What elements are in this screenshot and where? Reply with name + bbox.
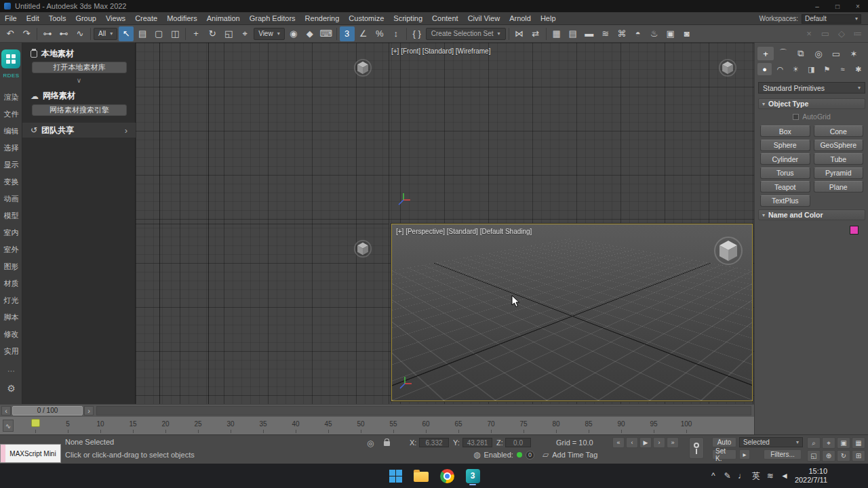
go-to-end-button[interactable]: »: [667, 437, 679, 448]
toggle-scene-explorer-icon[interactable]: ▦: [549, 26, 564, 41]
object-type-button[interactable]: Tube: [814, 153, 864, 165]
perspective-viewport-label[interactable]: [+] [Perspective] [Standard] [Default Sh…: [396, 228, 532, 235]
spinner-snap-icon[interactable]: ↕: [389, 26, 403, 41]
selection-lock-icon[interactable]: [384, 441, 390, 446]
menu-item[interactable]: Scripting: [389, 12, 427, 24]
plugin-category-item[interactable]: 室内: [0, 224, 22, 241]
select-and-scale-icon[interactable]: ◱: [221, 26, 236, 41]
x-coordinate-field[interactable]: 6.332: [419, 438, 449, 447]
render-setup-icon[interactable]: ♨: [647, 26, 662, 41]
object-type-button[interactable]: TextPlus: [760, 195, 810, 207]
z-coordinate-field[interactable]: 0.0: [505, 438, 531, 447]
menu-item[interactable]: Graph Editors: [245, 12, 300, 24]
web-materials-header[interactable]: ☁ 网络素材: [31, 90, 75, 102]
utilities-tab[interactable]: ✶: [846, 47, 862, 60]
plugin-category-item[interactable]: 文件: [0, 106, 22, 123]
plugin-category-item[interactable]: 选择: [0, 140, 22, 157]
plugin-category-item[interactable]: 室外: [0, 241, 22, 258]
viewcube[interactable]: [713, 235, 744, 266]
select-and-manipulate-icon[interactable]: ◆: [302, 26, 317, 41]
reference-coordinate-system-dropdown[interactable]: View ▾: [254, 28, 285, 40]
select-by-name-icon[interactable]: ▤: [135, 26, 150, 41]
percent-snap-icon[interactable]: %: [372, 26, 387, 41]
keyboard-shortcut-override-icon[interactable]: ⌨: [319, 26, 334, 41]
geometry-category[interactable]: ●: [757, 63, 772, 75]
menu-item[interactable]: Modifiers: [162, 12, 202, 24]
menu-item[interactable]: Arnold: [505, 12, 536, 24]
plugin-category-item[interactable]: 灯光: [0, 292, 22, 309]
plugin-category-item[interactable]: 修改: [0, 326, 22, 343]
zoom-all-icon[interactable]: ⌖: [822, 437, 835, 449]
time-slider-handle[interactable]: 0 / 100: [12, 406, 83, 415]
menu-item[interactable]: Group: [71, 12, 101, 24]
select-and-link-icon[interactable]: ⊶: [40, 26, 55, 41]
plugin-category-item[interactable]: 变换: [0, 174, 22, 190]
window-crossing-icon[interactable]: ◫: [167, 26, 182, 41]
render-production-icon[interactable]: ◙: [679, 26, 694, 41]
open-local-library-button[interactable]: 打开本地素材库: [32, 62, 127, 73]
curve-editor-icon[interactable]: ≋: [598, 26, 613, 41]
network-icon[interactable]: ≋: [766, 470, 774, 482]
key-selection-dropdown[interactable]: Selected ▾: [739, 437, 803, 447]
chevron-down-icon[interactable]: ∨: [22, 77, 136, 84]
key-filters-button[interactable]: Filters...: [764, 449, 802, 460]
plugin-category-item[interactable]: 图形: [0, 258, 22, 275]
named-selection-sets-input[interactable]: Create Selection Set ▾: [426, 28, 506, 40]
toggle-ribbon-icon[interactable]: ▬: [582, 26, 597, 41]
hierarchy-tab[interactable]: ⧉: [793, 47, 809, 60]
gear-icon[interactable]: ⚙: [0, 383, 22, 394]
language-indicator[interactable]: 英: [752, 470, 760, 482]
file-explorer-icon[interactable]: [413, 466, 429, 486]
create-tab[interactable]: +: [757, 47, 774, 60]
plugin-category-item[interactable]: 脚本: [0, 309, 22, 326]
inactive-tool-icon[interactable]: ▭: [818, 26, 833, 41]
plugin-category-item[interactable]: 编辑: [0, 123, 22, 140]
volume-icon[interactable]: ◄: [781, 470, 789, 482]
cameras-category[interactable]: ◨: [804, 63, 818, 75]
systems-category[interactable]: ✱: [851, 63, 865, 75]
maxscript-mini-listener[interactable]: MAXScript Mini: [0, 444, 61, 463]
isolate-selection-icon[interactable]: ◎: [367, 439, 374, 448]
web-material-search-button[interactable]: 网络素材搜索引擎: [32, 104, 127, 116]
perspective-viewport[interactable]: [+] [Perspective] [Standard] [Default Sh…: [391, 224, 753, 401]
redo-icon[interactable]: ↷: [19, 26, 34, 41]
menu-item[interactable]: Customize: [344, 12, 389, 24]
orbit-icon[interactable]: ↻: [837, 450, 850, 462]
time-tag-area[interactable]: ▱ Add Time Tag: [542, 450, 597, 460]
align-icon[interactable]: ⇄: [528, 26, 543, 41]
display-tab[interactable]: ▭: [828, 47, 844, 60]
helpers-category[interactable]: ⚑: [820, 63, 834, 75]
more-icon[interactable]: ⋯: [0, 367, 22, 375]
track-bar[interactable]: 0510152025303540455055606570758085909510…: [0, 416, 754, 434]
current-frame-marker[interactable]: [31, 419, 40, 427]
inactive-tool-icon[interactable]: ×: [802, 26, 816, 41]
auto-key-button[interactable]: Auto: [712, 437, 736, 447]
go-to-start-button[interactable]: «: [612, 437, 625, 448]
local-materials-header[interactable]: 本地素材: [31, 48, 74, 60]
maximize-button[interactable]: □: [827, 0, 848, 12]
pan-view-icon[interactable]: ⊕: [822, 450, 835, 462]
time-slider-track[interactable]: [96, 406, 751, 415]
plugin-category-item[interactable]: 动画: [0, 190, 22, 207]
tray-chevron-up-icon[interactable]: ^: [709, 471, 717, 481]
viewcube-top-left[interactable]: [353, 58, 372, 77]
set-keys-button[interactable]: [689, 437, 704, 459]
object-type-rollout[interactable]: ▾ Object Type: [758, 98, 865, 109]
use-pivot-point-center-icon[interactable]: ◉: [286, 26, 301, 41]
autogrid-checkbox[interactable]: [793, 114, 799, 120]
plugin-category-item[interactable]: 显示: [0, 157, 22, 174]
object-type-button[interactable]: Cylinder: [760, 153, 810, 165]
viewport-splitter-vertical[interactable]: [389, 43, 389, 404]
select-object-icon[interactable]: ↖: [119, 26, 134, 41]
team-share-row[interactable]: ↺ 团队共享 ›: [22, 123, 136, 138]
minimize-button[interactable]: –: [807, 0, 827, 12]
menu-item[interactable]: Content: [427, 12, 463, 24]
workspace-dropdown[interactable]: Default ▾: [802, 14, 861, 24]
undo-icon[interactable]: ↶: [3, 26, 18, 41]
menu-item[interactable]: Help: [536, 12, 561, 24]
maximize-viewport-toggle-icon[interactable]: ⊞: [852, 450, 865, 462]
previous-frame-arrow[interactable]: ‹: [1, 406, 11, 415]
object-type-button[interactable]: Sphere: [760, 140, 810, 151]
enabled-status-dot[interactable]: [517, 452, 522, 458]
plugin-category-item[interactable]: 实用: [0, 343, 22, 360]
